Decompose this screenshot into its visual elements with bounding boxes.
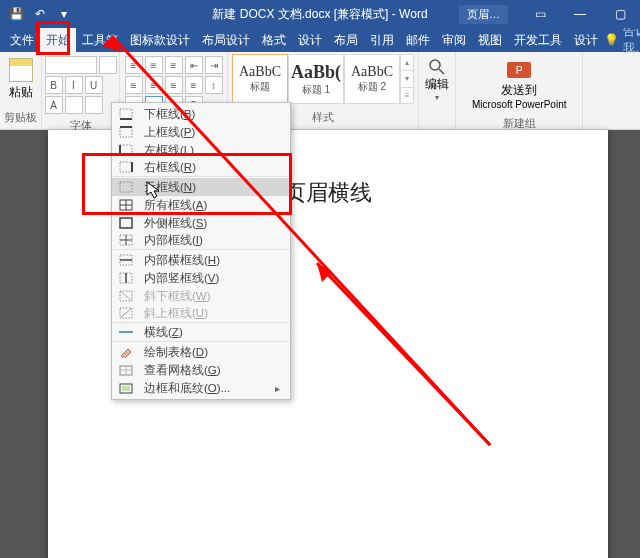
paste-button[interactable]: 粘贴 <box>3 54 39 105</box>
inside-v-border-icon <box>118 271 134 285</box>
tab-layout1[interactable]: 布局设计 <box>196 28 256 52</box>
menu-item-inside-h-border[interactable]: 内部横框线(H) <box>112 251 290 269</box>
tab-design[interactable]: 设计 <box>292 28 328 52</box>
tab-format[interactable]: 格式 <box>256 28 292 52</box>
tab-insert[interactable]: 工具箱 <box>76 28 124 52</box>
tab-design2[interactable]: 设计 <box>568 28 604 52</box>
align-right-button[interactable]: ≡ <box>165 76 183 94</box>
outside-borders-icon <box>118 216 134 230</box>
menu-item-borders-shading[interactable]: 边框和底纹(O)... <box>112 379 290 397</box>
tab-references[interactable]: 引用 <box>364 28 400 52</box>
line-spacing-button[interactable]: ↕ <box>205 76 223 94</box>
style-tile-heading1[interactable]: AaBb(标题 1 <box>288 54 344 104</box>
menu-item-label: 斜下框线(W) <box>144 289 211 304</box>
quick-access-toolbar: 💾 ↶ ▾ <box>0 6 80 22</box>
menu-item-label: 右框线(R) <box>144 160 196 175</box>
numbering-button[interactable]: ≡ <box>145 56 163 74</box>
minimize-button[interactable]: — <box>560 0 600 28</box>
underline-button[interactable]: U <box>85 76 103 94</box>
tab-chart-design[interactable]: 图标款设计 <box>124 28 196 52</box>
style-tile-heading2[interactable]: AaBbC标题 2 <box>344 54 400 104</box>
menu-item-left-border[interactable]: 左框线(L) <box>112 141 290 159</box>
save-icon[interactable]: 💾 <box>8 6 24 22</box>
menu-item-label: 绘制表格(D) <box>144 345 208 360</box>
ribbon: 粘贴 剪贴板 BIU A 字体 ≡≡≡⇤⇥ ≡≡≡≡↕ ▦▦↓¶ AaBbC标题… <box>0 52 640 130</box>
styles-scroll-up[interactable]: ▴ <box>401 55 413 70</box>
menu-item-label: 所有框线(A) <box>144 198 207 213</box>
style-tile-heading[interactable]: AaBbC标题 <box>232 54 288 104</box>
diag-down-icon <box>118 289 134 303</box>
tab-view[interactable]: 视图 <box>472 28 508 52</box>
contextual-tab-label: 页眉… <box>459 5 508 24</box>
multilevel-button[interactable]: ≡ <box>165 56 183 74</box>
svg-rect-8 <box>120 145 132 155</box>
svg-line-27 <box>120 308 132 318</box>
paste-icon <box>9 58 33 82</box>
menu-item-view-gridlines[interactable]: 查看网格线(G) <box>112 361 290 379</box>
bullets-button[interactable]: ≡ <box>125 56 143 74</box>
highlight-button[interactable] <box>65 96 83 114</box>
edit-button[interactable]: 编辑 ▾ <box>423 54 451 106</box>
styles-gallery[interactable]: AaBbC标题 AaBb(标题 1 AaBbC标题 2 ▴ ▾ ≡ <box>232 54 414 104</box>
menu-item-all-borders[interactable]: 所有框线(A) <box>112 196 290 214</box>
font-color-button[interactable]: A <box>45 96 63 114</box>
clear-format-button[interactable] <box>85 96 103 114</box>
qat-dropdown-icon[interactable]: ▾ <box>56 6 72 22</box>
menu-item-hline[interactable]: 横线(Z) <box>112 324 290 342</box>
undo-icon[interactable]: ↶ <box>32 6 48 22</box>
menu-item-label: 外侧框线(S) <box>144 216 207 231</box>
font-size-combo[interactable] <box>99 56 117 74</box>
justify-button[interactable]: ≡ <box>185 76 203 94</box>
font-name-combo[interactable] <box>45 56 97 74</box>
styles-more[interactable]: ≡ <box>401 87 413 103</box>
ribbon-options-icon[interactable]: ▭ <box>520 0 560 28</box>
all-borders-icon <box>118 198 134 212</box>
tab-developer[interactable]: 开发工具 <box>508 28 568 52</box>
search-icon <box>428 58 446 76</box>
menu-item-bottom-border[interactable]: 下框线(B) <box>112 105 290 123</box>
menu-item-no-border[interactable]: 无框线(N) <box>112 178 290 196</box>
svg-point-0 <box>430 60 440 70</box>
menu-item-inside-v-border[interactable]: 内部竖框线(V) <box>112 269 290 287</box>
inside-h-border-icon <box>118 253 134 267</box>
menu-item-label: 横线(Z) <box>144 325 183 340</box>
styles-scroll-down[interactable]: ▾ <box>401 70 413 86</box>
tab-mailings[interactable]: 邮件 <box>400 28 436 52</box>
powerpoint-icon: P <box>505 60 533 82</box>
maximize-button[interactable]: ▢ <box>600 0 640 28</box>
group-new: P 发送到 Microsoft PowerPoint 新建组 <box>456 52 583 129</box>
italic-button[interactable]: I <box>65 76 83 94</box>
align-left-button[interactable]: ≡ <box>125 76 143 94</box>
paste-label: 粘贴 <box>9 84 33 101</box>
menu-item-inside-borders[interactable]: 内部框线(I) <box>112 232 290 250</box>
menu-item-draw-table[interactable]: 绘制表格(D) <box>112 343 290 361</box>
tell-me-input[interactable]: 💡 告诉我… <box>604 23 640 57</box>
svg-rect-6 <box>120 127 132 137</box>
right-border-icon <box>118 160 134 174</box>
svg-rect-16 <box>120 218 132 228</box>
draw-table-icon <box>118 345 134 359</box>
tab-review[interactable]: 审阅 <box>436 28 472 52</box>
left-border-icon <box>118 143 134 157</box>
indent-dec-button[interactable]: ⇤ <box>185 56 203 74</box>
send-to-powerpoint-button[interactable]: P 发送到 Microsoft PowerPoint <box>466 56 572 114</box>
menu-item-outside-borders[interactable]: 外侧框线(S) <box>112 214 290 232</box>
menu-item-top-border[interactable]: 上框线(P) <box>112 123 290 141</box>
svg-rect-4 <box>120 109 132 119</box>
menu-item-right-border[interactable]: 右框线(R) <box>112 159 290 177</box>
bottom-border-icon <box>118 107 134 121</box>
send-label-1: 发送到 <box>501 82 537 99</box>
menu-item-label: 内部框线(I) <box>144 233 203 248</box>
menu-item-label: 无框线(N) <box>144 180 196 195</box>
tab-home[interactable]: 开始 <box>40 28 76 52</box>
top-border-icon <box>118 125 134 139</box>
tab-layout[interactable]: 布局 <box>328 28 364 52</box>
document-area: 页眉横线 <box>0 130 640 558</box>
indent-inc-button[interactable]: ⇥ <box>205 56 223 74</box>
tab-file[interactable]: 文件 <box>4 28 40 52</box>
menu-item-label: 左框线(L) <box>144 143 194 158</box>
group-edit: 编辑 ▾ <box>419 52 456 129</box>
svg-text:P: P <box>516 65 523 76</box>
align-center-button[interactable]: ≡ <box>145 76 163 94</box>
bold-button[interactable]: B <box>45 76 63 94</box>
